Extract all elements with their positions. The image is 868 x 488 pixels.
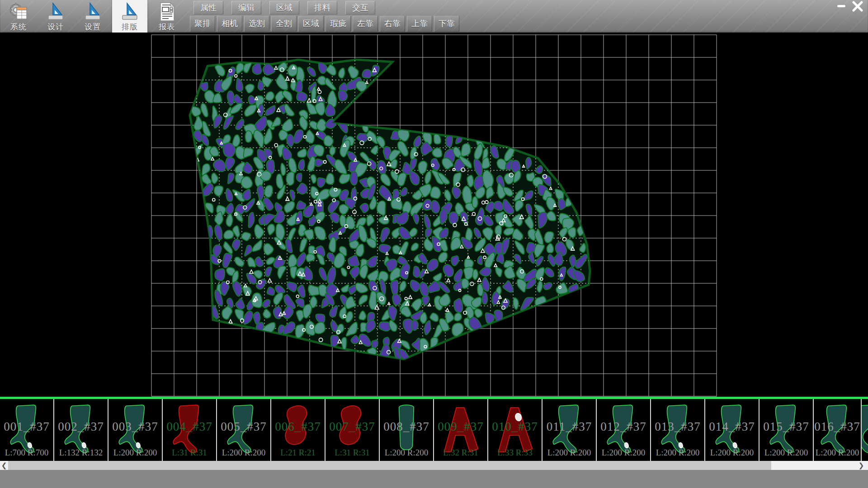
app-button-label: 设置 — [75, 22, 110, 32]
menu-nesting[interactable]: 排料 — [307, 1, 337, 14]
tool-row: 聚排 相机 选割 全割 区域 瑕疵 左靠 右靠 上靠 下靠 — [190, 16, 459, 31]
tool-align-right[interactable]: 右靠 — [380, 16, 405, 32]
thumbnail-007[interactable]: 007_#37L:31 R:31 — [326, 399, 380, 461]
system-gear-icon — [9, 2, 28, 22]
piece-shape — [547, 400, 591, 459]
thumbnail-009[interactable]: 009_#37L:32 R:31 — [434, 399, 488, 461]
app-button-settings[interactable]: 设置 — [75, 0, 110, 33]
nesting-canvas-area[interactable] — [0, 33, 868, 397]
thumbnail-001[interactable]: 001_#37L:700 R:700 — [0, 399, 54, 461]
bottom-gray-bar — [0, 470, 868, 488]
tool-camera[interactable]: 相机 — [217, 16, 242, 32]
app-button-label: 设计 — [38, 22, 73, 32]
titlebar: 系统 设计 设置 排版 — [0, 0, 868, 33]
piece-shape — [710, 400, 754, 459]
thumbnail-013[interactable]: 013_#37L:200 R:200 — [651, 399, 705, 461]
piece-shape — [168, 400, 211, 459]
nesting-canvas — [0, 33, 868, 397]
piece-shape — [276, 400, 320, 459]
tool-align-top[interactable]: 上靠 — [407, 16, 432, 32]
piece-shape — [113, 400, 157, 459]
report-doc-icon — [157, 2, 177, 22]
piece-shape — [656, 400, 699, 459]
thumbnail-003[interactable]: 003_#37L:200 R:200 — [108, 399, 163, 461]
piece-shape — [602, 400, 645, 459]
thumbnail-006[interactable]: 006_#37L:21 R:21 — [271, 399, 326, 461]
app-button-nesting[interactable]: 排版 — [112, 0, 147, 33]
scroll-right-arrow-icon[interactable]: ❯ — [857, 461, 865, 470]
piece-shape — [385, 400, 428, 459]
app-button-label: 排版 — [112, 22, 147, 32]
piece-shape — [816, 400, 859, 459]
piece-shape — [59, 400, 103, 459]
menu-row: 属性 编辑 区域 排料 交互 — [193, 1, 375, 14]
thumbnail-012[interactable]: 012_#37L:200 R:200 — [597, 399, 651, 461]
menu-properties[interactable]: 属性 — [193, 1, 223, 14]
app-button-design[interactable]: 设计 — [38, 0, 73, 33]
tool-defect[interactable]: 瑕疵 — [326, 16, 351, 32]
close-button[interactable] — [850, 1, 865, 11]
tool-cut-all[interactable]: 全割 — [271, 16, 297, 32]
nesting-ruler-icon — [120, 2, 140, 22]
tool-region[interactable]: 区域 — [298, 16, 324, 32]
thumbnail-011[interactable]: 011_#37L:200 R:200 — [542, 399, 597, 461]
thumbnail-002[interactable]: 002_#37L:132 R:132 — [54, 399, 108, 461]
thumbnail-015[interactable]: 015_#37L:200 R:200 — [760, 399, 814, 461]
thumbnail-005[interactable]: 005_#37L:200 R:200 — [217, 399, 271, 461]
tool-align-bottom[interactable]: 下靠 — [434, 16, 459, 32]
piece-shape — [5, 400, 48, 459]
app-button-report[interactable]: 报表 — [149, 0, 184, 33]
piece-shape — [439, 400, 482, 459]
thumbnail-016[interactable]: 016_#37L:200 R:200 — [814, 399, 862, 461]
app-button-system[interactable]: 系统 — [1, 0, 36, 33]
menu-region[interactable]: 区域 — [269, 1, 299, 14]
close-icon — [850, 1, 865, 12]
menu-edit[interactable]: 编辑 — [231, 1, 261, 14]
thumbnail-partial[interactable] — [862, 399, 868, 461]
menu-interact[interactable]: 交互 — [345, 1, 375, 14]
settings-ruler-icon — [83, 2, 103, 22]
thumbnail-014[interactable]: 014_#37L:200 R:200 — [705, 399, 760, 461]
thumbnail-008[interactable]: 008_#37L:200 R:200 — [380, 399, 434, 461]
thumbnail-004[interactable]: 004_#37L:31 R:31 — [163, 399, 217, 461]
minimize-icon — [835, 1, 847, 11]
scroll-left-arrow-icon[interactable]: ❮ — [0, 461, 8, 470]
piece-thumbnail-strip: 001_#37L:700 R:700 002_#37L:132 R:132 00… — [0, 397, 868, 461]
piece-shape — [493, 400, 537, 459]
tool-align-left[interactable]: 左靠 — [353, 16, 378, 32]
nesting-app-window: 系统 设计 设置 排版 — [0, 0, 868, 488]
horizontal-scrollbar[interactable]: ❮ ❯ — [0, 461, 868, 470]
design-ruler-icon — [46, 2, 66, 22]
piece-shape — [862, 400, 868, 459]
piece-shape — [764, 400, 808, 459]
app-button-label: 系统 — [1, 22, 36, 32]
app-button-label: 报表 — [149, 22, 184, 32]
thumbnail-010[interactable]: 010_#37L:33 R:33 — [488, 399, 542, 461]
piece-shape — [222, 400, 265, 459]
tool-cluster-nest[interactable]: 聚排 — [190, 16, 215, 32]
minimize-button[interactable] — [835, 1, 847, 11]
piece-shape — [330, 400, 374, 459]
tool-select-cut[interactable]: 选割 — [244, 16, 269, 32]
scrollbar-thumb[interactable] — [8, 461, 771, 470]
